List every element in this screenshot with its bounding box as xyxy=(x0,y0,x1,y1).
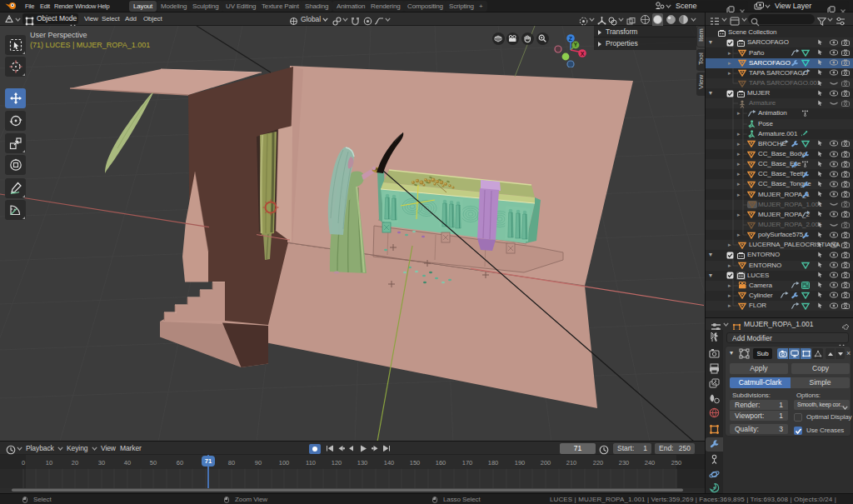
svg-text:Y: Y xyxy=(574,42,578,47)
svg-text:X: X xyxy=(581,51,585,57)
svg-text:Z: Z xyxy=(569,36,573,42)
